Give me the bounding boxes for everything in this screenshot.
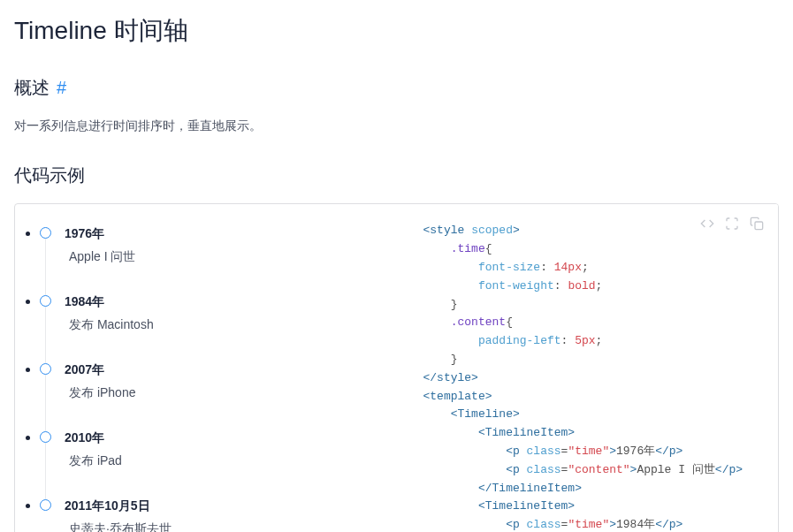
timeline-time: 2007年 [65,362,377,378]
timeline-time: 2010年 [65,430,377,446]
timeline-head-icon [40,499,51,511]
page-title: Timeline 时间轴 [14,14,779,48]
overview-heading-text: 概述 [14,76,50,100]
timeline-head-icon [40,295,51,307]
timeline-item: 1984年 发布 Macintosh [40,293,377,361]
svg-rect-0 [755,222,763,230]
timeline-head-icon [40,227,51,239]
timeline: 1976年 Apple I 问世 1984年 发布 Macintosh 2007… [40,225,377,532]
code-actions [700,217,764,231]
code-example-heading-text: 代码示例 [14,163,85,187]
timeline-head-icon [40,363,51,375]
timeline-time: 1976年 [65,226,377,242]
timeline-time: 2011年10月5日 [65,498,377,514]
timeline-head-icon [40,431,51,443]
timeline-item: 2010年 发布 iPad [40,429,377,498]
copy-icon[interactable] [750,217,764,231]
demo-container: 1976年 Apple I 问世 1984年 发布 Macintosh 2007… [14,203,779,532]
timeline-item: 2011年10月5日 史蒂夫·乔布斯去世 [40,498,377,532]
timeline-content: 发布 Macintosh [65,317,377,333]
timeline-item: 1976年 Apple I 问世 [40,225,377,293]
code-icon[interactable] [700,217,714,231]
timeline-content: 发布 iPad [65,453,377,469]
overview-heading: 概述 # [14,76,779,100]
expand-icon[interactable] [725,217,739,231]
timeline-time: 1984年 [65,294,377,310]
demo-preview: 1976年 Apple I 问世 1984年 发布 Macintosh 2007… [15,204,402,532]
timeline-item: 2007年 发布 iPhone [40,361,377,429]
code-block: <style scoped> .time{ font-size: 14px; f… [423,222,761,532]
anchor-link[interactable]: # [57,78,66,98]
timeline-content: 发布 iPhone [65,385,377,401]
demo-code: <style scoped> .time{ font-size: 14px; f… [402,204,779,532]
overview-text: 对一系列信息进行时间排序时，垂直地展示。 [14,116,779,135]
timeline-content: Apple I 问世 [65,249,377,265]
code-example-heading: 代码示例 [14,163,779,187]
timeline-content: 史蒂夫·乔布斯去世 [65,521,377,532]
